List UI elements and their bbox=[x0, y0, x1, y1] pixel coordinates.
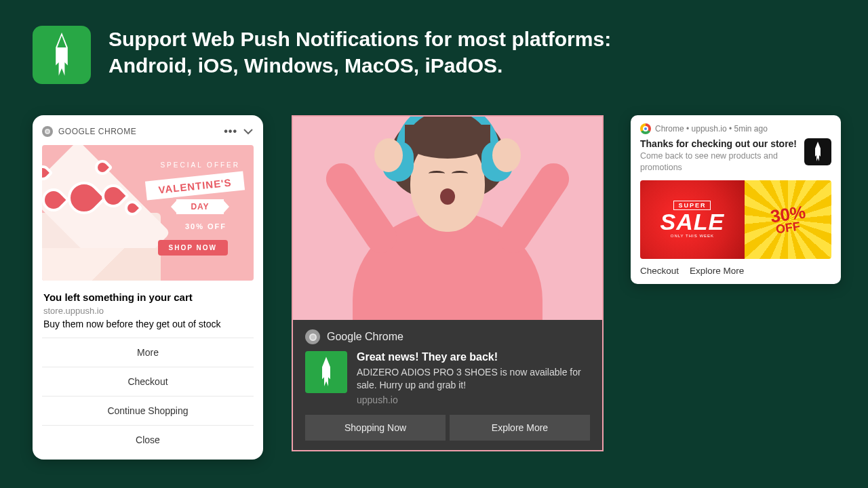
chrome-icon bbox=[42, 126, 53, 137]
banner-sale-label: SALE bbox=[660, 209, 725, 235]
action-shopping-now[interactable]: Shopping Now bbox=[305, 415, 446, 441]
page-headline: Support Web Push Notifications for most … bbox=[108, 26, 611, 79]
hero-image-headphones bbox=[293, 117, 602, 320]
action-checkout[interactable]: Checkout bbox=[42, 367, 254, 396]
notification-card-macos: Google Chrome Great news! They are back!… bbox=[292, 115, 604, 451]
action-continue-shopping[interactable]: Continue Shopping bbox=[42, 396, 254, 425]
rocket-icon bbox=[316, 357, 336, 388]
promo-banner-valentines: SPECIAL OFFER VALENTINE'S DAY 30% OFF SH… bbox=[42, 145, 254, 281]
app-icon-tile bbox=[305, 351, 347, 393]
notification-title: You left something in your cart bbox=[43, 291, 252, 303]
banner-valentines-strip: VALENTINE'S bbox=[145, 171, 245, 200]
app-icon-tile bbox=[804, 138, 831, 165]
notification-site: store.uppush.io bbox=[43, 306, 252, 316]
action-explore-more[interactable]: Explore More bbox=[690, 266, 744, 276]
action-more[interactable]: More bbox=[42, 338, 254, 367]
app-logo-tile bbox=[33, 26, 91, 84]
banner-off-label: OFF bbox=[775, 219, 802, 237]
headline-line1: Support Web Push Notifications for most … bbox=[108, 26, 611, 52]
notification-body: ADIZERO ADIOS PRO 3 SHOES is now availab… bbox=[357, 366, 590, 392]
browser-label: Google Chrome bbox=[327, 331, 403, 343]
rocket-icon bbox=[47, 33, 77, 77]
banner-special-offer: SPECIAL OFFER bbox=[160, 161, 240, 169]
action-close[interactable]: Close bbox=[42, 425, 254, 454]
notification-body: Come back to see new products and promot… bbox=[640, 150, 797, 174]
browser-label: GOOGLE CHROME bbox=[58, 127, 136, 136]
promo-banner-super-sale: SUPER SALE ONLY THIS WEEK 30% OFF bbox=[640, 180, 831, 259]
notification-meta: Chrome • uppush.io • 5min ago bbox=[655, 124, 768, 134]
banner-only-label: ONLY THIS WEEK bbox=[671, 234, 714, 238]
more-options-icon[interactable]: ••• bbox=[224, 129, 237, 134]
banner-day-strip: DAY bbox=[176, 199, 224, 214]
headline-line2: Android, iOS, Windows, MacOS, iPadOS. bbox=[108, 52, 611, 79]
notification-site: uppush.io bbox=[357, 394, 590, 405]
notification-title: Thanks for checking out our store! bbox=[640, 138, 797, 149]
action-explore-more[interactable]: Explore More bbox=[450, 415, 590, 441]
notification-card-windows: GOOGLE CHROME ••• SPECIAL OFFER VALENTIN… bbox=[33, 115, 263, 460]
notification-title: Great news! They are back! bbox=[357, 351, 590, 363]
banner-discount-text: 30% OFF bbox=[185, 222, 226, 230]
notification-body: Buy them now before they get out of stoc… bbox=[43, 319, 252, 329]
chevron-down-icon[interactable] bbox=[243, 126, 254, 137]
notification-card-android: Chrome • uppush.io • 5min ago Thanks for… bbox=[631, 115, 841, 284]
chrome-icon bbox=[640, 123, 651, 134]
rocket-icon bbox=[811, 142, 825, 162]
chrome-icon bbox=[305, 329, 320, 344]
action-checkout[interactable]: Checkout bbox=[640, 266, 679, 276]
banner-shop-now-button[interactable]: SHOP NOW bbox=[158, 240, 228, 256]
